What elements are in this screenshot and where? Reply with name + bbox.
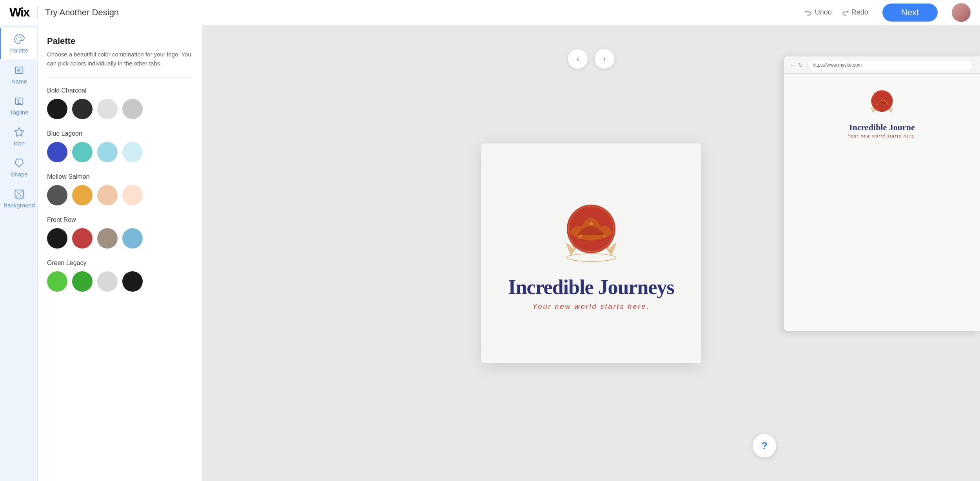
palette-group-4: Green Legacy (47, 260, 192, 292)
sidebar-background-label: Background (4, 202, 35, 209)
header: Wix Try Another Design Undo Redo Next (0, 0, 980, 25)
help-button[interactable]: ? (753, 434, 776, 457)
palette-name-2: Mellow Salmon (47, 173, 192, 180)
swatch-1-0[interactable] (47, 142, 67, 162)
sidebar-item-background[interactable]: Background (0, 183, 37, 214)
svg-point-25 (881, 98, 883, 100)
sidebar-tagline-label: Tagline (10, 109, 29, 116)
palette-swatches-4 (47, 271, 192, 292)
sidebar-item-palette[interactable]: Palette (0, 28, 37, 59)
swatch-4-3[interactable] (122, 271, 143, 292)
swatch-0-3[interactable] (122, 99, 143, 119)
swatch-0-2[interactable] (97, 99, 118, 119)
wix-logo: Wix (9, 5, 29, 20)
palette-group-0: Bold Charcoal (47, 87, 192, 119)
swatch-1-3[interactable] (122, 142, 143, 162)
palette-swatches-2 (47, 185, 192, 205)
palette-swatches-3 (47, 228, 192, 249)
svg-marker-11 (15, 127, 24, 136)
swatch-2-1[interactable] (72, 185, 93, 205)
svg-point-1 (18, 36, 19, 38)
browser-refresh-icon: ↻ (798, 62, 803, 68)
palette-list: Bold CharcoalBlue LagoonMellow SalmonFro… (47, 87, 192, 292)
swatch-4-1[interactable] (72, 271, 93, 292)
swatch-4-2[interactable] (97, 271, 118, 292)
palette-group-2: Mellow Salmon (47, 173, 192, 205)
browser-url-bar: https://www.mysite.com (808, 60, 974, 70)
sidebar-item-icon[interactable]: Icon (0, 121, 37, 152)
palette-name-1: Blue Lagoon (47, 130, 192, 137)
avatar[interactable] (952, 3, 971, 22)
sidebar-item-shape[interactable]: Shape (0, 152, 37, 183)
header-divider (37, 6, 38, 19)
sidebar-item-tagline[interactable]: T Tagline (0, 90, 37, 121)
browser-bar: ← ↻ https://www.mysite.com (784, 56, 980, 74)
logo-tagline: Your new world starts here. (532, 303, 650, 311)
swatch-0-0[interactable] (47, 99, 67, 119)
logo-emblem (556, 196, 626, 266)
swatch-2-2[interactable] (97, 185, 118, 205)
swatch-4-0[interactable] (47, 271, 67, 292)
palette-name-0: Bold Charcoal (47, 87, 192, 94)
panel-description: Choose a beautiful color combination for… (47, 50, 192, 68)
swatch-2-3[interactable] (122, 185, 143, 205)
browser-logo-tagline: Your new world starts here. (848, 134, 916, 138)
sidebar-shape-label: Shape (11, 171, 27, 178)
browser-logo-title: Incredible Journe (849, 122, 915, 133)
swatch-3-3[interactable] (122, 228, 143, 249)
browser-logo-emblem (866, 86, 898, 118)
sidebar: Palette T Name T Tagline Icon (0, 25, 38, 481)
swatch-3-1[interactable] (72, 228, 93, 249)
swatch-1-2[interactable] (97, 142, 118, 162)
redo-button[interactable]: Redo (841, 8, 868, 16)
sidebar-item-name[interactable]: T Name (0, 59, 37, 90)
browser-back-icon: ← (790, 62, 796, 68)
canvas-navigation: ‹ › (568, 49, 615, 69)
swatch-2-0[interactable] (47, 185, 67, 205)
svg-point-15 (567, 254, 615, 261)
palette-icon (14, 34, 25, 45)
swatch-0-1[interactable] (72, 99, 93, 119)
browser-url-text: https://www.mysite.com (813, 62, 862, 68)
shape-icon (14, 158, 25, 169)
canvas-area: ‹ › (202, 25, 980, 481)
redo-label: Redo (851, 8, 868, 16)
next-button[interactable]: Next (882, 4, 938, 22)
svg-point-0 (16, 38, 17, 40)
next-arrow[interactable]: › (594, 49, 615, 69)
svg-point-2 (20, 36, 21, 38)
palette-group-3: Front Row (47, 216, 192, 249)
prev-arrow[interactable]: ‹ (568, 49, 588, 69)
palette-name-4: Green Legacy (47, 260, 192, 267)
palette-group-1: Blue Lagoon (47, 130, 192, 162)
svg-text:T: T (17, 99, 20, 103)
svg-point-3 (21, 38, 22, 40)
try-another-design-button[interactable]: Try Another Design (45, 7, 119, 18)
panel-divider (47, 77, 192, 78)
browser-arrows: ← ↻ (790, 62, 803, 68)
undo-label: Undo (815, 8, 832, 16)
palette-panel: Palette Choose a beautiful color combina… (38, 25, 202, 481)
panel-title: Palette (47, 36, 192, 46)
palette-swatches-0 (47, 99, 192, 119)
redo-icon (841, 9, 849, 16)
sidebar-name-label: Name (11, 78, 27, 85)
swatch-3-0[interactable] (47, 228, 67, 249)
tagline-icon: T (14, 96, 25, 107)
undo-button[interactable]: Undo (805, 8, 832, 16)
logo-card: Incredible Journeys Your new world start… (481, 143, 701, 363)
swatch-1-1[interactable] (72, 142, 93, 162)
icon-icon (14, 127, 25, 138)
sidebar-palette-label: Palette (10, 47, 29, 54)
avatar-image (952, 3, 971, 22)
palette-swatches-1 (47, 142, 192, 162)
wix-logo-text: Wix (9, 5, 29, 19)
palette-name-3: Front Row (47, 216, 192, 223)
svg-point-20 (590, 222, 593, 225)
background-icon (14, 189, 25, 200)
browser-content: Incredible Journe Your new world starts … (784, 74, 980, 331)
svg-text:T: T (17, 69, 19, 73)
sidebar-icon-label: Icon (14, 140, 25, 147)
swatch-3-2[interactable] (97, 228, 118, 249)
logo-title: Incredible Journeys (508, 276, 674, 299)
